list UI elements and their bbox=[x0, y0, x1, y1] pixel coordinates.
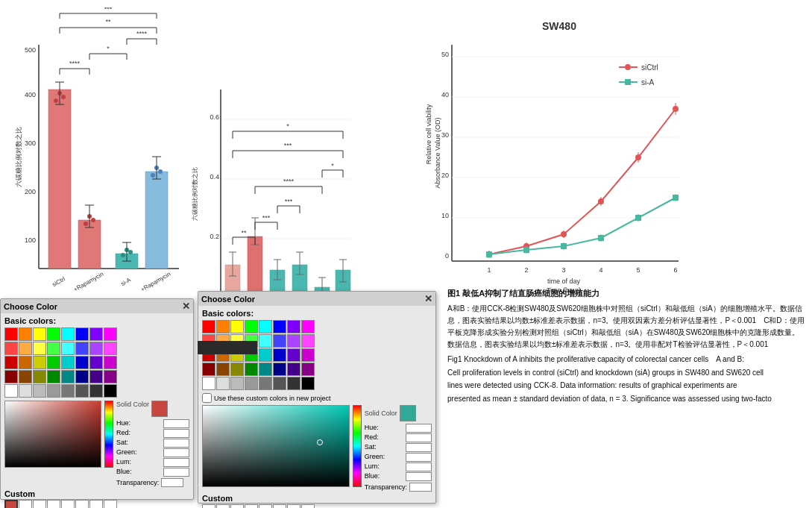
swatch[interactable] bbox=[47, 384, 60, 398]
swatch[interactable] bbox=[287, 334, 300, 348]
custom-swatch-13[interactable] bbox=[259, 504, 272, 508]
custom-swatch-7[interactable] bbox=[89, 500, 103, 508]
swatch[interactable] bbox=[75, 370, 89, 383]
custom-swatch-11[interactable] bbox=[230, 504, 244, 508]
swatch[interactable] bbox=[202, 320, 215, 333]
swatch[interactable] bbox=[273, 320, 286, 333]
dialog-2-close-button[interactable]: ✕ bbox=[424, 293, 432, 304]
swatch[interactable] bbox=[33, 370, 46, 383]
swatch[interactable] bbox=[61, 342, 75, 355]
swatch[interactable] bbox=[19, 384, 32, 398]
use-custom-checkbox[interactable] bbox=[202, 393, 212, 403]
swatch[interactable] bbox=[33, 356, 46, 369]
swatch[interactable] bbox=[89, 384, 103, 398]
color-gradient-1[interactable] bbox=[4, 401, 101, 468]
color-picker-dialog-2[interactable]: Choose Color ✕ Basic colors: bbox=[198, 291, 436, 504]
swatch[interactable] bbox=[61, 327, 75, 341]
swatch[interactable] bbox=[89, 370, 103, 383]
swatch[interactable] bbox=[33, 384, 46, 398]
hue-input-1[interactable]: 3 bbox=[163, 419, 189, 428]
swatch[interactable] bbox=[47, 370, 60, 383]
swatch[interactable] bbox=[287, 348, 300, 362]
swatch[interactable] bbox=[259, 320, 272, 333]
swatch[interactable] bbox=[47, 327, 60, 341]
swatch[interactable] bbox=[75, 327, 89, 341]
swatch[interactable] bbox=[4, 356, 18, 369]
hue-input-2[interactable]: 115 bbox=[406, 424, 432, 433]
swatch[interactable] bbox=[104, 370, 117, 383]
swatch[interactable] bbox=[273, 377, 286, 390]
custom-swatch-15[interactable] bbox=[287, 504, 300, 508]
dialog-1-close-button[interactable]: ✕ bbox=[182, 301, 190, 312]
custom-swatch-2[interactable] bbox=[19, 500, 32, 508]
custom-swatch-16[interactable] bbox=[301, 504, 315, 508]
swatch[interactable] bbox=[104, 327, 117, 341]
lum-input-2[interactable]: 102 bbox=[406, 462, 432, 471]
blue-input-1[interactable]: 60 bbox=[163, 468, 189, 477]
transparency-input-1[interactable]: 0% bbox=[161, 478, 183, 487]
lum-input-1[interactable]: 121 bbox=[163, 458, 189, 467]
swatch[interactable] bbox=[301, 334, 315, 348]
swatch[interactable] bbox=[259, 377, 272, 390]
swatch[interactable] bbox=[301, 348, 315, 362]
custom-swatch-9[interactable] bbox=[202, 504, 215, 508]
use-custom-check[interactable]: Use these custom colors in new project bbox=[202, 393, 432, 403]
swatch[interactable] bbox=[230, 377, 244, 390]
swatch[interactable] bbox=[61, 356, 75, 369]
swatch[interactable] bbox=[104, 384, 117, 398]
blue-input-2[interactable]: 154 bbox=[406, 472, 432, 481]
swatch[interactable] bbox=[245, 363, 258, 376]
hue-bar-2[interactable] bbox=[353, 405, 362, 487]
custom-swatch-14[interactable] bbox=[273, 504, 286, 508]
custom-swatch-5[interactable] bbox=[61, 500, 75, 508]
swatch[interactable] bbox=[301, 320, 315, 333]
swatch[interactable] bbox=[75, 384, 89, 398]
swatch[interactable] bbox=[202, 377, 215, 390]
swatch[interactable] bbox=[230, 320, 244, 333]
swatch[interactable] bbox=[245, 377, 258, 390]
swatch[interactable] bbox=[61, 370, 75, 383]
swatch[interactable] bbox=[273, 348, 286, 362]
hue-bar-1[interactable] bbox=[104, 401, 113, 468]
swatch[interactable] bbox=[216, 320, 230, 333]
green-input-2[interactable]: 169 bbox=[406, 453, 432, 462]
swatch[interactable] bbox=[19, 370, 32, 383]
custom-swatch-12[interactable] bbox=[245, 504, 258, 508]
swatch[interactable] bbox=[19, 327, 32, 341]
swatch[interactable] bbox=[47, 342, 60, 355]
swatch[interactable] bbox=[19, 356, 32, 369]
color-picker-dialog-1[interactable]: Choose Color ✕ Basic colors: bbox=[0, 298, 194, 500]
swatch[interactable] bbox=[104, 356, 117, 369]
swatch[interactable] bbox=[89, 356, 103, 369]
custom-swatch-10[interactable] bbox=[216, 504, 230, 508]
swatch[interactable] bbox=[230, 363, 244, 376]
swatch[interactable] bbox=[259, 348, 272, 362]
swatch[interactable] bbox=[301, 377, 315, 390]
swatch[interactable] bbox=[4, 384, 18, 398]
swatch[interactable] bbox=[301, 363, 315, 376]
swatch[interactable] bbox=[216, 363, 230, 376]
swatch[interactable] bbox=[259, 334, 272, 348]
color-gradient-2[interactable] bbox=[202, 405, 350, 487]
swatch[interactable] bbox=[287, 320, 300, 333]
swatch[interactable] bbox=[4, 370, 18, 383]
swatch[interactable] bbox=[273, 363, 286, 376]
custom-swatch-1[interactable] bbox=[4, 500, 18, 508]
transparency-input-2[interactable]: 0% bbox=[409, 483, 432, 492]
custom-swatch-6[interactable] bbox=[75, 500, 89, 508]
sat-input-2[interactable]: 134 bbox=[406, 443, 432, 452]
swatch[interactable] bbox=[89, 342, 103, 355]
swatch[interactable] bbox=[47, 356, 60, 369]
custom-swatch-8[interactable] bbox=[104, 500, 117, 508]
swatch[interactable] bbox=[33, 342, 46, 355]
swatch[interactable] bbox=[202, 363, 215, 376]
swatch[interactable] bbox=[4, 342, 18, 355]
swatch[interactable] bbox=[75, 342, 89, 355]
swatch[interactable] bbox=[33, 327, 46, 341]
swatch[interactable] bbox=[273, 334, 286, 348]
sat-input-1[interactable]: 131 bbox=[163, 439, 189, 448]
swatch[interactable] bbox=[259, 363, 272, 376]
red-input-1[interactable]: 198 bbox=[163, 429, 189, 438]
swatch[interactable] bbox=[75, 356, 89, 369]
swatch[interactable] bbox=[61, 384, 75, 398]
